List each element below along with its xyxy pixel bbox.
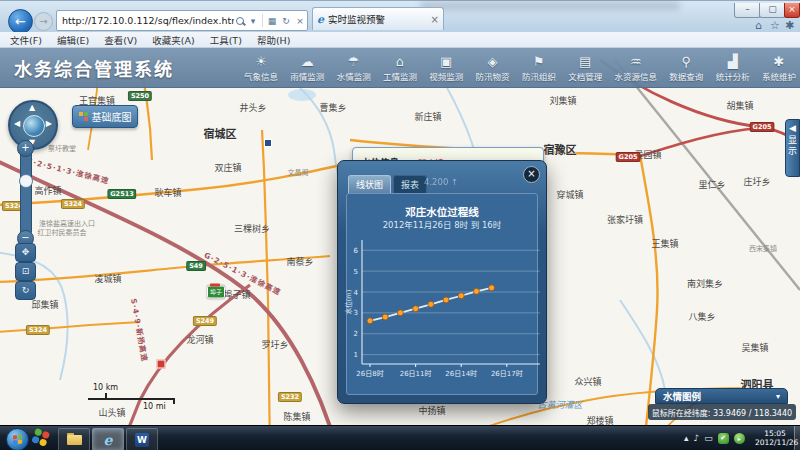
- zoom-in-button[interactable]: +: [17, 140, 34, 157]
- water-legend-header[interactable]: 水情图例 ▾: [655, 388, 788, 404]
- water-monitor-icon: ☂: [348, 55, 360, 69]
- line-chart: 12345626日8时26日11时26日14时26日17时水位(m): [344, 230, 544, 382]
- show-desktop-button[interactable]: [794, 426, 800, 450]
- toolbar-item-rain-monitor[interactable]: ☁雨情监测: [290, 49, 324, 87]
- pinwheel-app-icon[interactable]: [31, 428, 52, 449]
- layers-grid-icon: [79, 112, 88, 121]
- collapse-arrow-icon: ◀: [789, 123, 796, 133]
- svg-text:26日17时: 26日17时: [491, 369, 523, 378]
- toolbar-item-data-query[interactable]: ⚲数据查询: [669, 49, 703, 87]
- word-icon: W: [135, 433, 149, 447]
- windows-flag-icon: [13, 435, 22, 445]
- menu-item[interactable]: 查看(V): [104, 33, 137, 47]
- toolbar-item-project-monitor[interactable]: ⌂工情监测: [383, 49, 417, 87]
- svg-text:水位(m): 水位(m): [344, 290, 353, 314]
- start-button[interactable]: [6, 428, 29, 450]
- dialog-tab-report[interactable]: 报表: [393, 175, 427, 193]
- toolbar-item-statistics-analysis[interactable]: ▟统计分析: [716, 49, 750, 87]
- zoom-box-icon[interactable]: ⊡: [15, 262, 36, 281]
- screen: 王官集镇井头乡曹集乡新庄镇刘集镇胡集镇蔡集镇宿城区宿豫区关庙镇爱园镇双庄镇文昌阁…: [0, 0, 800, 450]
- favorites-star-icon[interactable]: ☆: [770, 19, 780, 32]
- taskbar-word-button[interactable]: W: [126, 428, 158, 450]
- svg-text:1: 1: [354, 351, 358, 359]
- volume-icon[interactable]: ♪: [694, 431, 700, 445]
- chevron-down-icon: ▾: [776, 392, 780, 401]
- url-text[interactable]: http://172.10.0.112/sq/flex/index.html: [57, 15, 234, 26]
- search-icon[interactable]: [234, 15, 246, 27]
- maximize-button[interactable]: ▢: [759, 3, 786, 18]
- toolbar-item-flood-supplies[interactable]: ◈防汛物资: [476, 49, 510, 87]
- toolbar-item-flood-organization[interactable]: ⚑防汛组织: [522, 49, 556, 87]
- minimize-button[interactable]: –: [734, 3, 761, 18]
- pan-left-icon[interactable]: ◀: [14, 119, 20, 128]
- hand-pan-icon[interactable]: ✥: [15, 243, 36, 262]
- pan-right-icon[interactable]: ▶: [46, 119, 52, 128]
- chart-panel: 邓庄水位过程线 2012年11月26日 8时 到 16时 12345626日8时…: [346, 193, 538, 395]
- toolbar-item-water-resources-info[interactable]: ♒水资源信息: [615, 49, 658, 87]
- dialog-tab-line-chart[interactable]: 线状图: [348, 175, 391, 193]
- globe-icon[interactable]: [23, 115, 45, 137]
- back-button[interactable]: ←: [8, 9, 33, 34]
- basemap-button[interactable]: 基础底图: [72, 105, 138, 128]
- station-marker[interactable]: [264, 139, 272, 147]
- water-resources-info-icon: ♒: [630, 55, 642, 69]
- svg-text:26日11时: 26日11时: [400, 369, 432, 378]
- pan-up-icon[interactable]: ▲: [29, 103, 35, 112]
- svg-text:6: 6: [354, 247, 359, 255]
- clock-date: 2012/11/26: [755, 438, 795, 447]
- station-marker[interactable]: [157, 360, 166, 369]
- toolbar-item-document-management[interactable]: ▤文档管理: [568, 49, 602, 87]
- menu-item[interactable]: 帮助(H): [257, 33, 291, 47]
- tab-title: 实时监视预警: [328, 12, 428, 26]
- menu-item[interactable]: 收藏夹(A): [152, 33, 194, 47]
- tray-expand-icon[interactable]: ▴: [684, 431, 689, 445]
- tools-gear-icon[interactable]: ✱: [785, 19, 794, 32]
- svg-text:26日14时: 26日14时: [445, 369, 477, 378]
- road-badge: S324: [26, 325, 50, 335]
- flood-organization-icon: ⚑: [533, 55, 545, 69]
- toolbar-item-label: 雨情监测: [290, 70, 324, 82]
- home-icon[interactable]: ⌂: [755, 19, 762, 32]
- stop-icon[interactable]: ×: [293, 16, 307, 26]
- toolbar-item-video-monitor[interactable]: ▣视频监测: [429, 49, 463, 87]
- compatibility-view-icon[interactable]: ▦: [265, 16, 279, 26]
- toolbar-item-label: 防汛组织: [522, 70, 556, 82]
- app-title: 水务综合管理系统: [14, 55, 174, 81]
- security-shield-icon[interactable]: ✔: [718, 433, 729, 444]
- clock-time: 15:05: [755, 429, 795, 438]
- tab-close-icon[interactable]: ×: [431, 14, 439, 25]
- station-marker[interactable]: 埠子: [207, 286, 225, 299]
- road-badge: S49: [186, 261, 206, 271]
- menu-item[interactable]: 工具(T): [210, 33, 242, 47]
- address-bar[interactable]: http://172.10.0.112/sq/flex/index.html ▾…: [56, 10, 308, 31]
- toolbar-item-system-maintenance[interactable]: ✱系统维护: [762, 49, 796, 87]
- background-window-glow: [420, 1, 680, 10]
- close-icon[interactable]: ×: [523, 166, 540, 183]
- show-tab-label: 显示: [786, 135, 799, 157]
- toolbar-item-label: 系统维护: [762, 70, 796, 82]
- taskbar-ie-button[interactable]: e: [92, 428, 124, 450]
- menu-item[interactable]: 文件(F): [10, 33, 42, 47]
- updater-orb-icon[interactable]: ▸: [734, 433, 745, 444]
- legend-title: 水情图例: [663, 389, 701, 403]
- zoom-slider-thumb[interactable]: [19, 174, 33, 188]
- taskbar-clock[interactable]: 15:05 2012/11/26: [755, 429, 795, 447]
- forward-button[interactable]: →: [34, 12, 53, 31]
- network-display-icon[interactable]: ▭: [704, 431, 713, 445]
- toolbar-item-weather-info[interactable]: ☀气象信息: [244, 49, 278, 87]
- refresh-map-icon[interactable]: ↻: [15, 281, 36, 300]
- map-pan-pad[interactable]: ▲ ▼ ◀ ▶: [8, 100, 58, 150]
- show-panel-tab[interactable]: ◀ 显示: [785, 119, 800, 177]
- toolbar-item-label: 水情监测: [337, 70, 371, 82]
- close-window-button[interactable]: ×: [784, 3, 800, 18]
- toolbar-item-water-monitor[interactable]: ☂水情监测: [337, 49, 371, 87]
- refresh-icon[interactable]: ↻: [279, 16, 293, 26]
- folder-icon: [67, 435, 82, 445]
- road-badge: S232: [278, 392, 302, 402]
- rain-monitor-icon: ☁: [301, 55, 314, 69]
- address-dropdown-icon[interactable]: ▾: [246, 16, 260, 26]
- taskbar-explorer-button[interactable]: [58, 428, 90, 450]
- browser-tab[interactable]: e 实时监视预警 ×: [312, 7, 444, 30]
- menu-item[interactable]: 编辑(E): [57, 33, 89, 47]
- zoom-slider-track[interactable]: [20, 150, 32, 236]
